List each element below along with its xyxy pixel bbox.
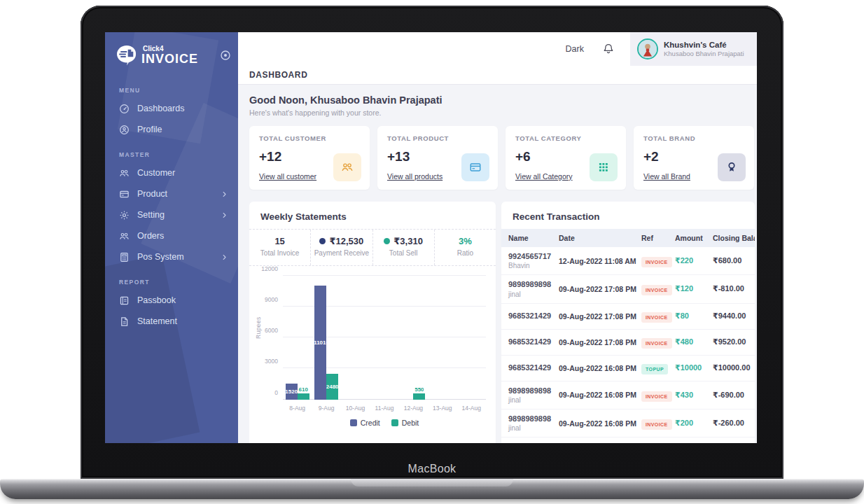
legend-item-debit: Debit	[391, 419, 419, 427]
chart-x-axis-labels: 8-Aug9-Aug10-Aug11-Aug12-Aug13-Aug14-Aug	[283, 405, 486, 412]
transaction-date: 09-Aug-2022 17:08 PM	[559, 338, 640, 346]
stat-card-label: TOTAL CUSTOMER	[259, 134, 360, 142]
stat-card-total-brand: TOTAL BRAND+2View all Brand	[634, 126, 754, 190]
bar-group-8-aug: 1520610	[283, 276, 312, 400]
chart-legend: CreditDebit	[283, 419, 486, 427]
stat-card-icon-box	[718, 153, 746, 181]
transaction-closing-balance: ₹9440.00	[713, 312, 755, 321]
weekly-stats-row: 15Total Invoice₹12,530Payment Receive₹3,…	[249, 229, 496, 266]
sidebar-item-statement[interactable]: Statement	[119, 311, 228, 332]
breadcrumb-bar: DASHBOARD	[238, 66, 757, 85]
weekly-stat-value: 15	[252, 236, 307, 246]
transactions-table-header: NameDateRefAmountClosing Balance	[501, 229, 755, 247]
transaction-ref: INVOICE	[641, 309, 674, 323]
user-menu[interactable]: Khushvin's Café Khusaboo Bhavin Prajapat…	[630, 32, 757, 66]
calculator-icon	[119, 252, 130, 262]
transaction-date: 09-Aug-2022 16:08 PM	[559, 391, 640, 399]
ref-badge: INVOICE	[641, 338, 672, 349]
transaction-row: 968532142909-Aug-2022 16:08 PMTOPUP₹1000…	[501, 356, 755, 382]
stat-card-label: TOTAL PRODUCT	[387, 134, 488, 142]
transaction-date: 09-Aug-2022 17:08 PM	[559, 285, 640, 293]
transaction-ref: INVOICE	[641, 254, 674, 267]
series-dot	[319, 238, 326, 244]
sidebar: Click4 INVOICE MENUDashboardsProfileMAST…	[105, 32, 238, 443]
chevron-right-icon	[221, 211, 228, 219]
chevron-right-icon	[221, 190, 228, 198]
sidebar-item-pos-system[interactable]: Pos System	[119, 246, 228, 267]
transaction-closing-balance: ₹-260.00	[713, 419, 755, 428]
series-dot	[384, 238, 390, 244]
transaction-row: 9924565717Bhavin12-Aug-2022 11:08 AMINVO…	[501, 247, 755, 275]
view-all-link[interactable]: View all Category	[515, 172, 573, 181]
user-circle-icon	[119, 125, 130, 135]
transaction-closing-balance: ₹-690.00	[713, 391, 755, 400]
nav-section-label: MENU	[119, 87, 228, 94]
sidebar-item-passbook[interactable]: Passbook	[119, 290, 228, 311]
weekly-stat-value: ₹3,310	[376, 236, 431, 246]
stat-card-label: TOTAL BRAND	[643, 134, 744, 142]
greeting-subtitle: Here's what's happening with your store.	[249, 108, 755, 117]
weekly-stat-total-sell: ₹3,310Total Sell	[373, 230, 435, 265]
weekly-stat-ratio: 3%Ratio	[435, 230, 496, 265]
view-all-link[interactable]: View all products	[387, 172, 443, 181]
transaction-row: 968532142909-Aug-2022 17:08 PMINVOICE₹80…	[501, 304, 755, 330]
transaction-ref: INVOICE	[641, 335, 674, 349]
user-name: Khusaboo Bhavin Prajapati	[664, 50, 744, 58]
grid-icon	[597, 161, 610, 174]
sidebar-item-orders[interactable]: Orders	[119, 225, 228, 246]
debit-bar: 610	[298, 393, 309, 400]
sidebar-item-label: Passbook	[137, 295, 176, 305]
transaction-amount: ₹430	[675, 391, 711, 400]
invoice-bubble-icon	[115, 43, 139, 67]
sidebar-item-label: Statement	[137, 316, 177, 326]
transaction-subname: jinal	[508, 424, 557, 433]
weekly-stat-label: Total Invoice	[252, 249, 307, 258]
users-icon	[341, 161, 354, 174]
weekly-stat-value: ₹12,530	[314, 236, 369, 246]
theme-toggle[interactable]: Dark	[566, 44, 584, 54]
transaction-closing-balance: ₹680.00	[713, 256, 755, 265]
passbook-icon	[119, 295, 130, 306]
chart-x-tick: 10-Aug	[341, 405, 370, 412]
chart-bars: 1520610110102480550	[283, 276, 486, 400]
chart-x-tick: 9-Aug	[312, 405, 340, 412]
sidebar-item-product[interactable]: Product	[119, 183, 228, 204]
bell-icon[interactable]	[602, 43, 615, 55]
chart-x-tick: 8-Aug	[283, 405, 312, 412]
bar-group-14-aug	[457, 276, 486, 400]
sidebar-item-dashboards[interactable]: Dashboards	[119, 98, 228, 119]
bar-value-label: 550	[414, 386, 424, 393]
panels-row: Weekly Statements 15Total Invoice₹12,530…	[249, 202, 755, 443]
greeting-title: Good Noon, Khusaboo Bhavin Prajapati	[249, 94, 755, 106]
bar-value-label: 1520	[285, 388, 298, 395]
view-all-link[interactable]: View all customer	[259, 172, 316, 181]
sidebar-item-label: Customer	[137, 168, 175, 178]
horizontal-scrollbar[interactable]: ◄ ►	[503, 442, 753, 443]
transaction-closing-balance: ₹10000.00	[713, 363, 755, 372]
recent-transactions-title: Recent Transaction	[501, 202, 755, 229]
transaction-subname: Bhavin	[508, 261, 557, 270]
bar-group-11-aug	[370, 276, 398, 400]
bar-group-13-aug	[428, 276, 457, 400]
sidebar-item-setting[interactable]: Setting	[119, 204, 228, 225]
sidebar-item-label: Orders	[137, 231, 164, 241]
stat-card-total-category: TOTAL CATEGORY+6View all Category	[506, 126, 626, 190]
chart-y-tick: 0	[274, 389, 278, 396]
legend-swatch	[391, 419, 398, 426]
transaction-ref: INVOICE	[641, 388, 674, 402]
sidebar-item-customer[interactable]: Customer	[119, 162, 228, 183]
sidebar-item-profile[interactable]: Profile	[119, 119, 228, 140]
weekly-stat-label: Total Sell	[376, 249, 431, 258]
transaction-amount: ₹80	[675, 312, 711, 321]
macbook-base	[0, 479, 864, 499]
credit-bar: 11010	[314, 286, 326, 399]
weekly-stat-label: Payment Receive	[314, 249, 369, 258]
chart-y-tick: 9000	[265, 296, 278, 303]
credit-card-icon	[119, 189, 130, 200]
sidebar-toggle-icon[interactable]	[220, 50, 231, 61]
transaction-row: 9898989898jinal09-Aug-2022 16:08 PMINVOI…	[501, 382, 755, 410]
weekly-stat-label: Ratio	[438, 249, 493, 258]
view-all-link[interactable]: View all Brand	[643, 172, 690, 181]
transaction-subname: jinal	[508, 396, 557, 405]
breadcrumb: DASHBOARD	[249, 70, 307, 80]
